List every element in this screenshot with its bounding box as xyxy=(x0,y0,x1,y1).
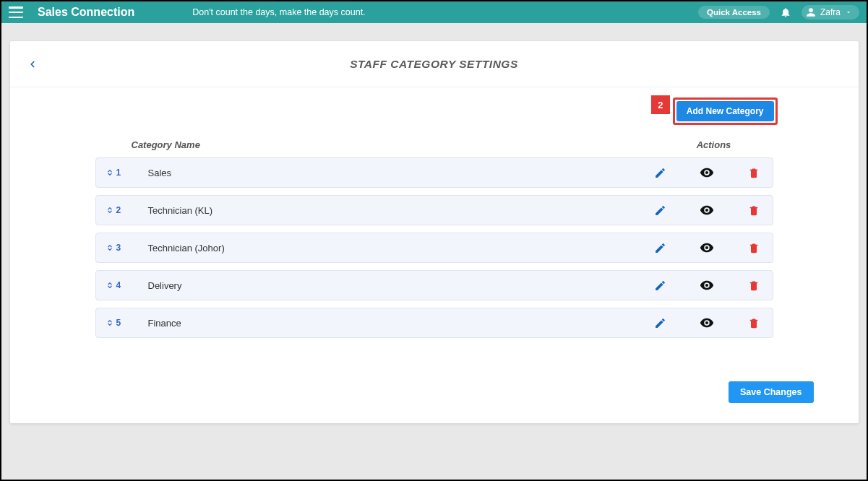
category-name: Delivery xyxy=(132,280,654,291)
user-icon xyxy=(806,7,816,17)
delete-icon[interactable] xyxy=(748,204,760,217)
column-header-actions: Actions xyxy=(663,139,765,150)
category-row: 5 Finance xyxy=(95,308,773,338)
edit-icon[interactable] xyxy=(654,242,666,254)
sort-handle[interactable]: 5 xyxy=(106,318,132,328)
category-row: 3 Technician (Johor) xyxy=(95,233,773,263)
edit-icon[interactable] xyxy=(654,167,666,179)
list-header: Category Name Actions xyxy=(95,129,773,157)
user-menu[interactable]: Zafra xyxy=(802,5,859,20)
footer: Save Changes xyxy=(10,345,859,403)
row-actions xyxy=(654,316,762,330)
visibility-icon[interactable] xyxy=(700,278,714,292)
row-order: 1 xyxy=(116,168,121,178)
column-header-name: Category Name xyxy=(132,139,663,150)
annotation-highlight: Add New Category xyxy=(673,98,778,125)
tagline-text: Don't count the days, make the days coun… xyxy=(192,7,365,17)
notifications-icon[interactable] xyxy=(780,6,791,18)
edit-icon[interactable] xyxy=(654,280,666,292)
edit-icon[interactable] xyxy=(654,317,666,329)
edit-icon[interactable] xyxy=(654,204,666,217)
sort-handle[interactable]: 1 xyxy=(106,168,132,178)
sort-handle[interactable]: 2 xyxy=(106,205,132,215)
sort-handle[interactable]: 4 xyxy=(106,280,132,290)
visibility-icon[interactable] xyxy=(700,316,714,330)
annotation-badge: 2 xyxy=(651,95,670,114)
back-button[interactable] xyxy=(27,57,38,72)
row-order: 5 xyxy=(116,318,121,328)
delete-icon[interactable] xyxy=(748,242,760,254)
brand-title: Sales Connection xyxy=(38,6,134,19)
visibility-icon[interactable] xyxy=(700,165,714,180)
category-name: Technician (Johor) xyxy=(132,243,654,254)
delete-icon[interactable] xyxy=(748,167,760,179)
row-order: 4 xyxy=(116,280,121,290)
row-actions xyxy=(654,278,762,292)
category-row: 2 Technician (KL) xyxy=(95,195,773,225)
chevron-down-icon xyxy=(845,9,852,16)
category-list: Category Name Actions 1 Sales 2 Technici… xyxy=(10,129,859,338)
row-actions xyxy=(654,240,762,255)
category-row: 4 Delivery xyxy=(95,270,773,300)
quick-access-button[interactable]: Quick Access xyxy=(698,6,770,19)
page-title: STAFF CATEGORY SETTINGS xyxy=(350,58,518,71)
category-name: Technician (KL) xyxy=(132,205,654,216)
row-actions xyxy=(654,165,762,180)
add-category-button[interactable]: Add New Category xyxy=(676,101,774,121)
user-name: Zafra xyxy=(820,7,841,17)
card-header: STAFF CATEGORY SETTINGS xyxy=(10,41,859,87)
settings-card: STAFF CATEGORY SETTINGS 2 Add New Catego… xyxy=(10,41,859,423)
visibility-icon[interactable] xyxy=(700,203,714,217)
row-order: 2 xyxy=(116,205,121,215)
save-changes-button[interactable]: Save Changes xyxy=(729,381,813,403)
topbar: Sales Connection Don't count the days, m… xyxy=(1,1,867,23)
row-actions xyxy=(654,203,762,217)
delete-icon[interactable] xyxy=(748,280,760,292)
delete-icon[interactable] xyxy=(748,317,760,329)
visibility-icon[interactable] xyxy=(700,240,714,255)
toolbar: 2 Add New Category xyxy=(10,87,859,129)
row-order: 3 xyxy=(116,243,121,253)
category-row: 1 Sales xyxy=(95,157,773,188)
sort-handle[interactable]: 3 xyxy=(106,243,132,253)
category-name: Finance xyxy=(132,318,654,329)
menu-icon[interactable] xyxy=(9,6,23,18)
category-name: Sales xyxy=(132,168,654,178)
